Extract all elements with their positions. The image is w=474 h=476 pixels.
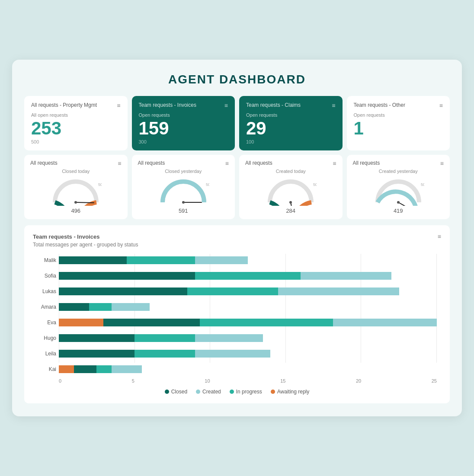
bar-segments — [59, 288, 437, 295]
bar-row: Kai — [59, 363, 437, 376]
gauge-card-0: All requests ≡ Closed today 500 496 — [24, 155, 128, 219]
x-axis-label: 5 — [132, 378, 135, 383]
gauge-card-title: All requests — [30, 160, 58, 167]
legend-label: Awaiting reply — [277, 389, 309, 395]
legend-dot — [230, 390, 234, 394]
bar-row: Amara — [59, 300, 437, 313]
svg-text:500: 500 — [98, 182, 102, 187]
gauge-menu-icon[interactable]: ≡ — [333, 160, 336, 167]
x-axis-label: 0 — [59, 378, 61, 383]
svg-text:500: 500 — [421, 182, 424, 187]
legend-item: In progress — [230, 389, 262, 395]
card-title: Team requests - Other — [354, 102, 405, 108]
menu-icon[interactable]: ≡ — [224, 102, 228, 109]
agent-label: Malik — [32, 257, 56, 263]
bar-segment — [103, 319, 200, 326]
agent-label: Amara — [32, 304, 56, 310]
gauge-label: Created yesterday — [379, 169, 418, 174]
gauge-label: Closed yesterday — [165, 169, 202, 174]
top-cards-row: All requests - Property Mgmt ≡ All open … — [24, 96, 450, 150]
legend-item: Awaiting reply — [271, 389, 309, 395]
bar-segment — [96, 365, 112, 373]
x-axis: 0510152025 — [59, 378, 437, 383]
card-header: Team requests - Other ≡ — [354, 102, 443, 109]
card-header: All requests - Property Mgmt ≡ — [31, 102, 121, 109]
bar-chart-section-header: Team requests - Invoices ≡ — [33, 233, 441, 240]
bar-segment — [112, 303, 149, 311]
small-label: 300 — [139, 139, 228, 144]
legend-dot — [271, 390, 275, 394]
menu-icon[interactable]: ≡ — [439, 102, 443, 109]
gauge-menu-icon[interactable]: ≡ — [225, 160, 229, 167]
gauge-menu-icon[interactable]: ≡ — [440, 160, 444, 167]
bar-row: Eva — [59, 316, 437, 329]
bar-segment — [59, 334, 135, 342]
bar-chart-area: MalikSofiaLukasAmaraEvaHugoLeilaKai — [33, 254, 441, 376]
gauge-label: Created today — [276, 169, 306, 174]
metric-card-2: Team requests - Claims ≡ Open requests 2… — [239, 96, 343, 150]
svg-text:500: 500 — [313, 182, 317, 187]
bar-segment — [59, 350, 135, 358]
legend-label: Closed — [171, 389, 187, 395]
legend-label: Created — [202, 389, 221, 395]
bar-segment — [195, 256, 248, 264]
svg-point-1 — [74, 201, 77, 204]
agent-label: Lukas — [32, 288, 56, 294]
page-title: AGENT DASHBOARD — [24, 73, 450, 86]
menu-icon[interactable]: ≡ — [332, 102, 335, 109]
gauge-svg: 500 — [372, 176, 424, 206]
bar-row: Hugo — [59, 332, 437, 345]
big-number: 159 — [139, 119, 228, 137]
bar-segment — [89, 303, 112, 311]
bar-segments — [59, 319, 437, 326]
bar-segment — [59, 288, 187, 295]
legend-dot — [196, 390, 200, 394]
big-number: 1 — [354, 119, 443, 137]
gauge-card-title: All requests — [245, 160, 272, 167]
metric-card-0: All requests - Property Mgmt ≡ All open … — [24, 96, 128, 150]
dashboard-container: AGENT DASHBOARD All requests - Property … — [12, 60, 462, 416]
gauge-card-header: All requests ≡ — [353, 160, 444, 167]
legend-dot — [165, 390, 169, 394]
agent-label: Hugo — [32, 335, 56, 341]
menu-icon[interactable]: ≡ — [117, 102, 120, 109]
agent-label: Leila — [32, 351, 56, 357]
gauge-card-header: All requests ≡ — [245, 160, 336, 167]
bar-segment — [195, 350, 271, 358]
svg-point-10 — [397, 201, 400, 204]
card-sub-label: Open requests — [139, 112, 228, 118]
small-label: 100 — [246, 139, 336, 144]
big-number: 253 — [31, 119, 121, 137]
bar-segments — [59, 256, 437, 264]
bar-segments — [59, 303, 437, 311]
gauge-cards-row: All requests ≡ Closed today 500 496 All … — [24, 155, 450, 219]
gauge-value: 496 — [71, 208, 80, 214]
bar-chart-section: Team requests - Invoices ≡ Total message… — [24, 225, 450, 403]
agent-label: Kai — [32, 366, 56, 372]
bar-segment — [74, 365, 96, 373]
svg-text:500: 500 — [206, 182, 209, 187]
card-title: Team requests - Invoices — [139, 102, 196, 108]
x-axis-label: 15 — [280, 378, 285, 383]
bar-rows: MalikSofiaLukasAmaraEvaHugoLeilaKai — [59, 254, 437, 376]
bar-segment — [278, 288, 399, 295]
gauge-value: 591 — [179, 208, 188, 214]
agent-label: Sofia — [32, 273, 56, 279]
card-header: Team requests - Claims ≡ — [246, 102, 336, 109]
bar-row: Malik — [59, 254, 437, 267]
card-title: All requests - Property Mgmt — [31, 102, 97, 108]
gauge-menu-icon[interactable]: ≡ — [118, 160, 121, 167]
bar-segment — [59, 272, 195, 280]
bar-segment — [127, 256, 195, 264]
bar-menu-icon[interactable]: ≡ — [438, 233, 441, 240]
bar-segment — [59, 256, 127, 264]
bar-segments — [59, 272, 437, 280]
bar-segment — [59, 365, 74, 373]
gauge-card-title: All requests — [353, 160, 380, 167]
legend-label: In progress — [236, 389, 262, 395]
svg-point-4 — [182, 201, 185, 204]
card-sub-label: Open requests — [354, 112, 443, 118]
bar-segment — [112, 365, 142, 373]
gauge-card-header: All requests ≡ — [30, 160, 122, 167]
bar-segments — [59, 350, 437, 358]
